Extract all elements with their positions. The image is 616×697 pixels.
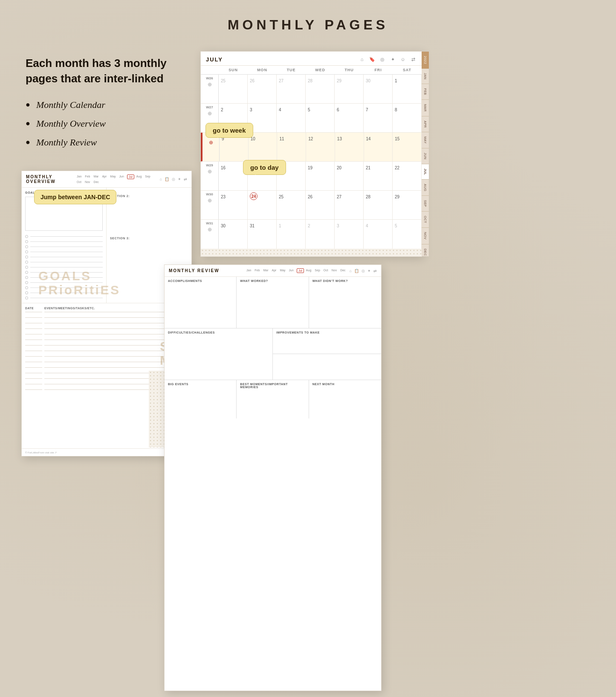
cal-jul-tab[interactable]: JUL — [422, 164, 429, 180]
day-7[interactable]: 7 — [364, 104, 393, 132]
day-24[interactable]: 24 — [248, 191, 277, 219]
jan-tab-rv[interactable]: Jan — [245, 268, 252, 273]
overview-month-tabs[interactable]: Jan Feb Mar Apr May Jun Jul Aug Sep Oct … — [75, 174, 157, 184]
rv-sep[interactable]: SEP — [381, 455, 382, 470]
day-31[interactable]: 31 — [248, 220, 277, 249]
apr-tab-ov[interactable]: Apr — [101, 174, 108, 179]
next-month-cell[interactable]: NEXT MONTH — [309, 380, 381, 418]
jun-tab-rv[interactable]: Jun — [288, 268, 295, 273]
rv-jan[interactable]: JAN — [381, 282, 382, 297]
dec-tab-rv[interactable]: Dec — [339, 268, 347, 273]
ov-circle-icon[interactable]: ◎ — [172, 177, 175, 181]
day-30[interactable]: 30 — [219, 220, 248, 249]
cal-feb-tab[interactable]: FEB — [422, 84, 429, 100]
star-icon[interactable]: ✦ — [389, 56, 396, 63]
day-19[interactable]: 19 — [306, 162, 335, 190]
week-label-29[interactable]: W29 ⊕ — [201, 162, 219, 190]
ov-apr[interactable]: APR — [191, 236, 192, 252]
day-13[interactable]: 13 — [335, 133, 364, 161]
jan-tab-ov[interactable]: Jan — [75, 174, 83, 179]
rv-may[interactable]: MAY — [381, 391, 382, 407]
day-10[interactable]: 10 — [249, 133, 278, 161]
nov-tab-rv[interactable]: Nov — [330, 268, 338, 273]
rv-star-icon[interactable]: ✦ — [367, 269, 371, 273]
day-12[interactable]: 12 — [306, 133, 335, 161]
ov-feb[interactable]: FEB — [191, 203, 192, 219]
week-label-30[interactable]: W30 ⊕ — [201, 191, 219, 219]
day-6[interactable]: 6 — [335, 104, 364, 132]
ov-book-icon[interactable]: 📋 — [165, 177, 169, 181]
cal-aug-tab[interactable]: AUG — [422, 180, 429, 196]
sep-tab-rv[interactable]: Sep — [313, 268, 321, 273]
check-icon[interactable]: ◎ — [379, 56, 386, 63]
cal-jun-tab[interactable]: JUN — [422, 148, 429, 164]
day-25[interactable]: 25 — [277, 191, 306, 219]
oct-tab-ov[interactable]: Oct — [75, 180, 83, 184]
rv-circle-icon[interactable]: ◎ — [362, 269, 365, 273]
may-tab-rv[interactable]: May — [278, 268, 286, 273]
mar-tab-rv[interactable]: Mar — [262, 268, 269, 273]
nav-icon[interactable]: ⇄ — [410, 56, 416, 63]
rv-year-tab[interactable]: 2022 — [381, 265, 382, 282]
section2-content[interactable] — [110, 199, 188, 233]
mar-tab-ov[interactable]: Mar — [92, 174, 100, 179]
rv-aug[interactable]: AUG — [381, 438, 382, 454]
day-22[interactable]: 22 — [393, 162, 422, 190]
cal-dec-tab[interactable]: DEC — [422, 244, 429, 256]
ov-star-icon[interactable]: ✦ — [178, 177, 181, 181]
best-moments-cell[interactable]: BEST MOMENTS/IMPORTANT MEMORIES — [237, 380, 309, 418]
rv-jun[interactable]: JUN — [381, 407, 382, 423]
big-events-cell[interactable]: BIG EVENTS — [165, 380, 237, 418]
cal-nov-tab[interactable]: NOV — [422, 228, 429, 244]
ov-mar[interactable]: MAR — [191, 219, 192, 236]
day-1[interactable]: 1 — [393, 75, 422, 103]
sep-tab-ov[interactable]: Sep — [144, 174, 151, 179]
day-8[interactable]: 8 — [393, 104, 422, 132]
day-20[interactable]: 20 — [335, 162, 364, 190]
week-label-31[interactable]: W31 ⊕ — [201, 220, 219, 249]
feb-tab-rv[interactable]: Feb — [253, 268, 261, 273]
what-worked-cell[interactable]: WHAT WORKED? — [237, 277, 309, 328]
day-5[interactable]: 5 — [306, 104, 335, 132]
bookmark-icon[interactable]: 🔖 — [369, 56, 376, 63]
accomplishments-cell[interactable]: ACCOMPLISHMENTS — [165, 277, 237, 328]
rv-home-icon[interactable]: ⌂ — [350, 269, 352, 273]
day-26[interactable]: 26 — [306, 191, 335, 219]
jul-tab-ov[interactable]: Jul — [127, 174, 134, 179]
week-label-26[interactable]: W26 ⊕ — [201, 75, 219, 103]
difficulties-cell[interactable]: DIFFICULTIES/CHALLENGES — [165, 328, 273, 380]
cal-year-tab[interactable]: 2022 — [422, 52, 429, 69]
cal-apr-tab[interactable]: APR — [422, 116, 429, 133]
apr-tab-rv[interactable]: Apr — [270, 268, 278, 273]
improvements-extra[interactable] — [273, 354, 381, 380]
cal-jan-tab[interactable]: JAN — [422, 69, 429, 84]
rv-nav-icon[interactable]: ⇄ — [373, 269, 377, 273]
ov-home-icon[interactable]: ⌂ — [160, 177, 162, 181]
ov-jan[interactable]: JAN — [191, 188, 192, 203]
day-29[interactable]: 29 — [393, 191, 422, 219]
feb-tab-ov[interactable]: Feb — [84, 174, 91, 179]
rv-book-icon[interactable]: 📋 — [354, 269, 359, 273]
day-27[interactable]: 27 — [335, 191, 364, 219]
home-icon[interactable]: ⌂ — [359, 56, 365, 63]
day-23[interactable]: 23 — [219, 191, 248, 219]
oct-tab-rv[interactable]: Oct — [322, 268, 330, 273]
day-14[interactable]: 14 — [364, 133, 393, 161]
rv-jul[interactable]: JUL — [381, 423, 382, 438]
ov-year-tab[interactable]: 2022 — [191, 171, 192, 188]
day-15[interactable]: 15 — [393, 133, 422, 161]
day-21[interactable]: 21 — [364, 162, 393, 190]
cal-may-tab[interactable]: MAY — [422, 132, 429, 148]
cal-sep-tab[interactable]: SEP — [422, 196, 429, 212]
aug-tab-ov[interactable]: Aug — [135, 174, 143, 179]
review-month-tabs[interactable]: Jan Feb Mar Apr May Jun Jul Aug Sep Oct … — [245, 268, 347, 273]
day-11[interactable]: 11 — [277, 133, 306, 161]
rv-mar[interactable]: MAR — [381, 358, 382, 375]
cal-mar-tab[interactable]: MAR — [422, 100, 429, 116]
improvements-cell[interactable]: IMPROVEMENTS TO MAKE — [273, 328, 381, 354]
cal-oct-tab[interactable]: OCT — [422, 212, 429, 228]
aug-tab-rv[interactable]: Aug — [305, 268, 312, 273]
emoji-icon[interactable]: ☺ — [399, 56, 406, 63]
rv-feb[interactable]: FEB — [381, 297, 382, 313]
what-didnt-cell[interactable]: WHAT DIDN'T WORK? — [309, 277, 381, 328]
